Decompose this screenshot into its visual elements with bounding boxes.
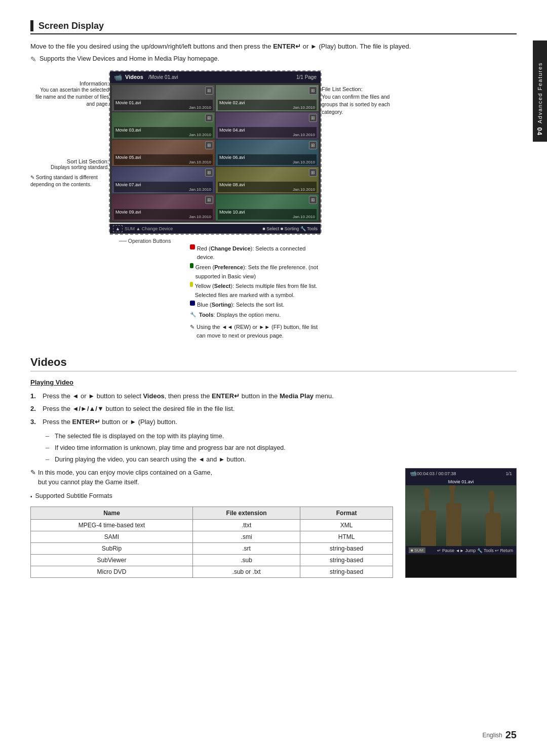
tv-thumb-4: ⊞ Movie 04.avi Jan.10.2010 xyxy=(216,112,319,139)
sub-bullets: – The selected file is displayed on the … xyxy=(46,432,517,464)
intro-text: Move to the file you desired using the u… xyxy=(30,41,517,52)
td-ext-3: .srt xyxy=(193,542,300,554)
subtitle-table: Name File extension Format MPEG-4 time-b… xyxy=(30,507,393,578)
thumb-icon-10: ⊞ xyxy=(309,196,317,204)
vs-page: 1/1 xyxy=(505,471,512,476)
td-ext-1: .ttxt xyxy=(193,519,300,531)
sort-label: Sort List Section: xyxy=(30,158,109,164)
giraffe-2 xyxy=(446,503,461,546)
step-2: 2. Press the ◄/►/▲/▼ button to select th… xyxy=(30,404,517,414)
thumb-icon-9: ⊞ xyxy=(205,196,213,204)
thumb-info-2: Movie 02.avi Jan.10.2010 xyxy=(218,100,317,110)
playing-video-label: Playing Video xyxy=(30,379,517,386)
vs-controls: ↵ Pause ◄► Jump 🔧 Tools ↩ Return xyxy=(437,548,513,553)
td-fmt-3: string-based xyxy=(300,542,393,554)
tv-thumb-7: ⊞ Movie 07.avi Jan.10.2010 xyxy=(112,167,215,193)
tv-header: 📹 Videos /Movie 01.avi 1/1 Page xyxy=(110,71,321,83)
giraffe-1 xyxy=(421,511,436,546)
steps-list: 1. Press the ◄ or ► button to select Vid… xyxy=(30,391,517,427)
op-yellow: Yellow (Select): Selects multiple files … xyxy=(190,282,322,300)
note-icon2: ✎ xyxy=(30,175,34,180)
step-3: 3. Press the ENTER↵ button or ► (Play) b… xyxy=(30,417,517,427)
operation-section: Red (Change Device): Selects a connected… xyxy=(190,244,322,341)
tv-thumb-5: ⊞ Movie 05.avi Jan.10.2010 xyxy=(112,140,215,166)
sort-note: ✎ Sorting standard is different dependin… xyxy=(30,174,109,188)
vs-giraffe-scene xyxy=(406,485,516,546)
tv-thumb-8: ⊞ Movie 08.avi Jan.10.2010 xyxy=(216,167,319,193)
td-fmt-1: XML xyxy=(300,519,393,531)
mode-note: ✎ In this mode, you can enjoy movie clip… xyxy=(30,468,393,487)
bullet-dot: • xyxy=(30,494,32,499)
diagram-container: Information: You can ascertain the selec… xyxy=(30,70,517,351)
yellow-btn-icon xyxy=(190,282,193,287)
thumb-icon-8: ⊞ xyxy=(309,169,317,177)
tv-sort-bar: ▲ SUM ▲ Change Device ■ Select ■ Sorting… xyxy=(110,224,321,234)
table-row: Micro DVD .sub or .txt string-based xyxy=(31,566,393,577)
th-extension: File extension xyxy=(193,507,300,519)
table-header-row: Name File extension Format xyxy=(31,507,393,519)
info-label: Information: xyxy=(30,80,109,87)
thumb-info-1: Movie 01.avi Jan.10.2010 xyxy=(114,100,213,110)
tv-thumb-6: ⊞ Movie 06.avi Jan.10.2010 xyxy=(216,140,319,166)
right-labels: File List Section: You can confirm the f… xyxy=(322,70,393,351)
thumb-icon-7: ⊞ xyxy=(205,169,213,177)
file-list-sub: You can confirm the files and groups tha… xyxy=(322,93,393,115)
footer-language: English xyxy=(482,732,502,739)
videos-header: Videos xyxy=(30,356,517,371)
sort-label-block: Sort List Section: Displays sorting stan… xyxy=(30,158,109,188)
tv-screen-wrapper: 📹 Videos /Movie 01.avi 1/1 Page ⊞ Movie … xyxy=(109,70,322,351)
thumb-info-9: Movie 09.avi Jan.10.2010 xyxy=(114,209,213,220)
tv-thumb-1: ⊞ Movie 01.avi Jan.10.2010 xyxy=(112,85,215,111)
op-blue: Blue (Sorting): Selects the sort list. xyxy=(190,301,322,310)
vs-sum: ■ SUM xyxy=(409,548,425,553)
operation-list: Red (Change Device): Selects a connected… xyxy=(190,244,322,320)
vs-footer: ■ SUM ↵ Pause ◄► Jump 🔧 Tools ↩ Return xyxy=(406,546,516,555)
td-fmt-2: HTML xyxy=(300,531,393,542)
thumb-icon-4: ⊞ xyxy=(309,114,317,122)
thumb-icon-1: ⊞ xyxy=(205,87,213,95)
sort-bar-text: ▲ xyxy=(113,225,123,232)
thumb-icon-3: ⊞ xyxy=(205,114,213,122)
thumb-icon-6: ⊞ xyxy=(309,141,317,149)
td-name-2: SAMI xyxy=(31,531,193,542)
tv-thumb-2: ⊞ Movie 02.avi Jan.10.2010 xyxy=(216,85,319,111)
vs-header: 📹 00:04:03 / 00:07:38 1/1 xyxy=(406,469,516,478)
section-bar xyxy=(30,20,33,31)
bullet-2: – If video time information is unknown, … xyxy=(46,443,517,453)
thumb-info-5: Movie 05.avi Jan.10.2010 xyxy=(114,154,213,165)
file-list-label-block: File List Section: You can confirm the f… xyxy=(322,86,393,115)
thumb-info-8: Movie 08.avi Jan.10.2010 xyxy=(218,182,317,192)
tv-screen: 📹 Videos /Movie 01.avi 1/1 Page ⊞ Movie … xyxy=(109,70,322,235)
op-red: Red (Change Device): Selects a connected… xyxy=(190,244,322,262)
op-green: Green (Preference): Sets the file prefer… xyxy=(190,263,322,281)
th-name: Name xyxy=(31,507,193,519)
tv-header-icon: 📹 xyxy=(114,73,122,81)
giraffe-3 xyxy=(486,513,501,546)
tv-thumbs-grid: ⊞ Movie 01.avi Jan.10.2010 ⊞ Movie 02.av… xyxy=(110,83,321,223)
bottom-left: ✎ In this mode, you can enjoy movie clip… xyxy=(30,468,393,578)
td-name-1: MPEG-4 time-based text xyxy=(31,519,193,531)
note-supports: ✎ Supports the View Devices and Home in … xyxy=(30,55,517,63)
videos-title: Videos xyxy=(30,356,67,368)
thumb-info-10: Movie 10.avi Jan.10.2010 xyxy=(218,209,317,220)
tv-thumb-10: ⊞ Movie 10.avi Jan.10.2010 xyxy=(216,194,319,221)
bullet-1: – The selected file is displayed on the … xyxy=(46,432,517,441)
tv-header-title: Videos xyxy=(125,74,143,80)
td-fmt-4: string-based xyxy=(300,554,393,566)
bottom-area: ✎ In this mode, you can enjoy movie clip… xyxy=(30,468,517,578)
thumb-info-4: Movie 04.avi Jan.10.2010 xyxy=(218,127,317,138)
file-list-label: File List Section: xyxy=(322,86,393,93)
page-wrapper: Screen Display Move to the file you desi… xyxy=(0,0,547,756)
vs-icon: 📹 xyxy=(410,470,417,477)
vs-filename: Movie 01.avi xyxy=(406,478,516,485)
thumb-info-3: Movie 03.avi Jan.10.2010 xyxy=(114,127,213,138)
table-row: SubRip .srt string-based xyxy=(31,542,393,554)
vs-body xyxy=(406,485,516,546)
thumb-info-7: Movie 07.avi Jan.10.2010 xyxy=(114,182,213,192)
op-note: ✎ Using the ◄◄ (REW) or ►► (FF) button, … xyxy=(190,323,322,341)
vs-time: 00:04:03 / 00:07:38 xyxy=(417,471,456,476)
thumb-icon-5: ⊞ xyxy=(205,141,213,149)
td-fmt-5: string-based xyxy=(300,566,393,577)
th-format: Format xyxy=(300,507,393,519)
op-tools: 🔧 Tools: Displays the option menu. xyxy=(190,311,322,320)
